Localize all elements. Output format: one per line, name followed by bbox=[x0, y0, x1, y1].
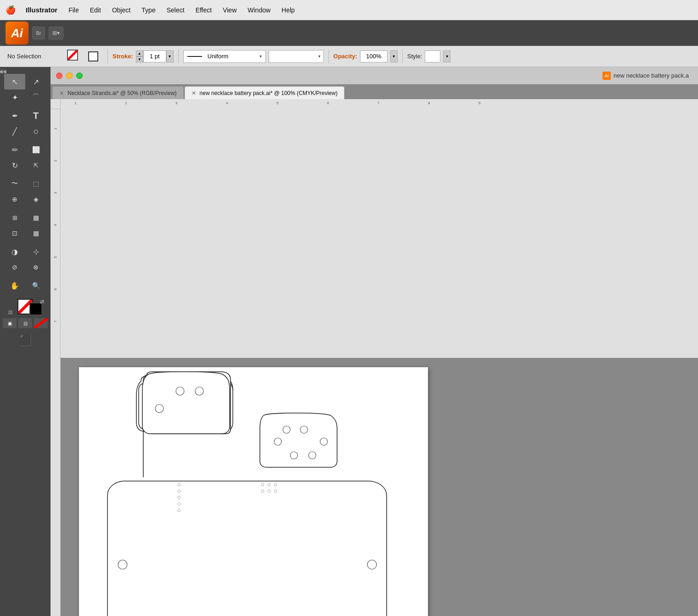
menu-window[interactable]: Window bbox=[243, 6, 275, 15]
live-paint-button[interactable]: ◈ bbox=[25, 191, 46, 207]
opacity-label: Opacity: bbox=[333, 53, 357, 60]
ai-logo: Ai bbox=[6, 22, 28, 45]
pen-tool-button[interactable]: ✒ bbox=[4, 108, 25, 123]
warp-tool-button[interactable]: 〜 bbox=[4, 176, 25, 191]
lasso-tool-button[interactable]: ⌒ bbox=[25, 90, 46, 105]
stroke-control: ▲ ▼ ▾ bbox=[136, 50, 174, 62]
controlbar: No Selection Stroke: ▲ ▼ ▾ Uniform ▾ ▾ O… bbox=[0, 46, 698, 67]
toolbar: ◀◀ ↖ ↗ ✦ ⌒ ✒ T ╱ ○ ✏ ⬜ ↻ ⇱ 〜 ⬚ bbox=[0, 67, 51, 616]
stroke-swatch-button[interactable] bbox=[86, 50, 101, 63]
bar-chart-button[interactable]: ▦ bbox=[25, 225, 46, 241]
main-area: ◀◀ ↖ ↗ ✦ ⌒ ✒ T ╱ ○ ✏ ⬜ ↻ ⇱ 〜 ⬚ bbox=[0, 67, 698, 616]
layers-button[interactable]: ⬛ bbox=[17, 334, 34, 347]
tab-label-2: new necklace battery pack.ai* @ 100% (CM… bbox=[200, 90, 338, 96]
swap-colors-button[interactable]: ⇄ bbox=[40, 299, 44, 305]
uniform-label: Uniform bbox=[208, 53, 229, 60]
apple-menu[interactable]: 🍎 bbox=[6, 5, 16, 15]
style-swatch[interactable] bbox=[425, 50, 440, 62]
menu-edit[interactable]: Edit bbox=[85, 6, 106, 15]
direct-select-tool-button[interactable]: ↗ bbox=[25, 74, 46, 90]
drawing-canvas[interactable] bbox=[61, 358, 698, 616]
canvas-main: 1 2 3 4 5 6 7 8 9 bbox=[61, 99, 698, 616]
variable-width-field[interactable]: ▾ bbox=[269, 50, 324, 63]
chart-button[interactable]: ▦ bbox=[25, 210, 46, 225]
tool-row-11: ◑ ⊹ bbox=[0, 244, 51, 259]
maximize-button[interactable] bbox=[76, 73, 83, 79]
fill-swatch-button[interactable] bbox=[66, 49, 84, 64]
canvas-area: Ai new necklace battery pack.a ✕ Necklac… bbox=[51, 67, 698, 616]
tool-row-8: ⊕ ◈ bbox=[0, 191, 51, 207]
stroke-value-input[interactable] bbox=[143, 50, 166, 62]
mesh-tool-button[interactable]: ⊹ bbox=[25, 244, 46, 259]
blend-tool-button[interactable]: ⊗ bbox=[25, 259, 46, 275]
minimize-button[interactable] bbox=[66, 73, 73, 79]
bridge-button[interactable]: Br bbox=[32, 27, 45, 39]
stroke-spinner[interactable]: ▲ ▼ bbox=[136, 50, 143, 62]
variable-width-arrow: ▾ bbox=[318, 54, 321, 59]
stroke-dropdown-arrow[interactable]: ▾ bbox=[166, 50, 174, 62]
hand-tool-button[interactable]: ✋ bbox=[4, 278, 25, 293]
titlebar: Ai Br ⊞▾ bbox=[0, 20, 698, 46]
tab-close-2[interactable]: ✕ bbox=[191, 90, 196, 96]
selection-status: No Selection bbox=[4, 53, 63, 60]
shape-builder-button[interactable]: ⊕ bbox=[4, 191, 25, 207]
opacity-dropdown-arrow[interactable]: ▾ bbox=[390, 50, 398, 62]
workspace-button[interactable]: ⊞▾ bbox=[49, 27, 63, 39]
menu-view[interactable]: View bbox=[218, 6, 241, 15]
menu-type[interactable]: Type bbox=[137, 6, 160, 15]
crop-button[interactable]: ⊡ bbox=[4, 225, 25, 241]
tab-new-necklace-battery[interactable]: ✕ new necklace battery pack.ai* @ 100% (… bbox=[185, 86, 344, 99]
scale-tool-button[interactable]: ⇱ bbox=[25, 157, 46, 173]
tool-row-5: ✏ ⬜ bbox=[0, 142, 51, 157]
reset-colors-button[interactable]: ⊡ bbox=[8, 309, 12, 315]
magic-wand-tool-button[interactable]: ✦ bbox=[4, 90, 25, 105]
tab-necklace-strands[interactable]: ✕ Necklace Strands.ai* @ 50% (RGB/Previe… bbox=[52, 86, 184, 99]
color-mode-solid[interactable]: ▣ bbox=[3, 318, 17, 328]
tool-row-2: ✦ ⌒ bbox=[0, 90, 51, 105]
menu-file[interactable]: File bbox=[64, 6, 84, 15]
opacity-input[interactable] bbox=[360, 50, 388, 62]
select-tool-button[interactable]: ↖ bbox=[4, 74, 25, 90]
ruler-corner bbox=[51, 99, 61, 109]
window-chrome: Ai new necklace battery pack.a bbox=[51, 67, 698, 84]
style-dropdown-arrow[interactable]: ▾ bbox=[443, 50, 450, 62]
tool-row-3: ✒ T bbox=[0, 108, 51, 123]
menu-effect[interactable]: Effect bbox=[191, 6, 217, 15]
text-tool-button[interactable]: T bbox=[25, 108, 46, 123]
tab-close-1[interactable]: ✕ bbox=[59, 90, 64, 96]
menu-object[interactable]: Object bbox=[107, 6, 135, 15]
separator-2 bbox=[178, 50, 179, 63]
hole-2 bbox=[195, 387, 203, 395]
close-button[interactable] bbox=[56, 73, 62, 79]
perspective-grid-button[interactable]: ⊞ bbox=[4, 210, 25, 225]
style-label: Style: bbox=[407, 53, 422, 60]
ellipse-tool-button[interactable]: ○ bbox=[25, 123, 46, 139]
eraser-tool-button[interactable]: ⬜ bbox=[25, 142, 46, 157]
line-tool-button[interactable]: ╱ bbox=[4, 123, 25, 139]
artwork-svg bbox=[79, 367, 428, 616]
toolbar-collapse[interactable]: ◀◀ bbox=[0, 69, 6, 74]
separator-1 bbox=[107, 50, 108, 63]
separator-3 bbox=[328, 50, 329, 63]
ruler-corner-area: 1 2 3 4 5 bbox=[51, 99, 61, 616]
color-mode-row: ▣ ▨ bbox=[0, 317, 51, 329]
app-name: Illustrator bbox=[21, 5, 62, 15]
tool-row-12: ⊘ ⊗ bbox=[0, 259, 51, 275]
menu-select[interactable]: Select bbox=[162, 6, 189, 15]
separator-4 bbox=[402, 50, 403, 63]
canvas-content: 1 2 3 4 5 bbox=[51, 99, 698, 616]
pencil-tool-button[interactable]: ✏ bbox=[4, 142, 25, 157]
gradient-tool-button[interactable]: ◑ bbox=[4, 244, 25, 259]
horizontal-ruler: 1 2 3 4 5 6 7 8 9 bbox=[61, 99, 698, 358]
rotate-tool-button[interactable]: ↻ bbox=[4, 157, 25, 173]
color-mode-none[interactable] bbox=[34, 318, 48, 328]
color-mode-gradient[interactable]: ▨ bbox=[18, 318, 32, 328]
hole-left-side bbox=[118, 560, 127, 569]
eyedropper-tool-button[interactable]: ⊘ bbox=[4, 259, 25, 275]
menu-help[interactable]: Help bbox=[277, 6, 299, 15]
zoom-tool-button[interactable]: 🔍 bbox=[25, 278, 46, 293]
tool-row-6: ↻ ⇱ bbox=[0, 157, 51, 173]
menubar: 🍎 Illustrator File Edit Object Type Sele… bbox=[0, 0, 698, 20]
uniform-dropdown[interactable]: Uniform ▾ bbox=[183, 50, 266, 63]
free-transform-button[interactable]: ⬚ bbox=[25, 176, 46, 191]
